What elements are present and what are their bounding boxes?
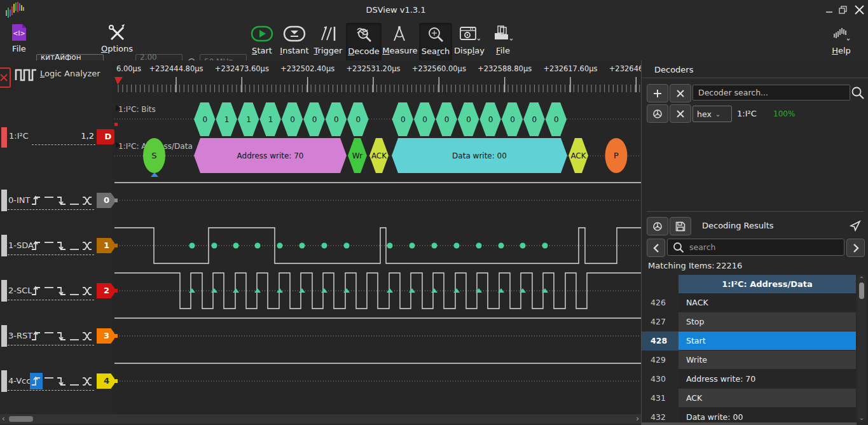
next-match-button[interactable] [846,239,865,257]
scroll-left-icon[interactable]: ‹ [2,414,5,424]
channel-row-3-RST[interactable]: 3-RST3 [0,324,114,347]
trigger-flag-low-level[interactable] [68,282,81,299]
result-row[interactable]: 429Write [642,351,857,370]
measure-button[interactable]: Measure [382,23,418,60]
results-vertical-scrollbar[interactable]: ⌃ ⌄ [857,275,866,422]
trigger-flag-high-level[interactable] [43,373,55,389]
search-button[interactable]: Search [419,23,452,61]
help-button[interactable]: Help [824,23,858,60]
trigger-flag-low-level[interactable] [68,192,81,209]
results-search-field[interactable] [667,239,844,256]
decoder-channel-row[interactable]: 1:I²C1,2D [0,127,114,148]
trigger-flag-any-edge[interactable] [81,328,93,344]
trigger-flag-high-level[interactable] [43,192,55,209]
trigger-flag-falling-edge[interactable] [55,373,68,389]
trigger-flag-any-edge[interactable] [81,373,93,389]
start-button[interactable]: Start [247,23,277,60]
trigger-button[interactable]: Trigger [312,23,345,60]
decode-button[interactable]: ? Decode [346,23,382,61]
format-select[interactable]: hex ⌄ [692,106,732,122]
decoder-panel: Decoders [641,60,868,425]
trigger-flag-falling-edge[interactable] [55,237,68,254]
result-row-number: 431 [642,389,679,408]
decoder-options-button[interactable] [647,104,668,123]
file-button[interactable]: <I> File [6,23,32,53]
trigger-flag-any-edge[interactable] [81,282,93,299]
trigger-flag-any-edge[interactable] [81,192,93,209]
result-row[interactable]: 427Stop [642,312,857,331]
results-search-input[interactable] [688,242,844,253]
scroll-right-icon[interactable]: › [636,414,639,424]
results-horizontal-scrollbar[interactable] [642,422,857,425]
channel-badge[interactable]: 3 [97,328,116,344]
scroll-down-icon[interactable]: ⌄ [857,414,866,421]
result-row[interactable]: 428Start [642,331,857,351]
waveform-area[interactable]: 6.00µs+232444.80µs+232473.60µs+232502.40… [114,60,641,415]
add-decoder-button[interactable] [647,84,668,102]
result-row-text: Stop [679,312,856,331]
channel-row-4-Vcc[interactable]: 4-Vcc4 [0,370,114,393]
rising-edge-icon [31,193,42,207]
channel-badge[interactable]: 2 [97,283,116,298]
trigger-flag-falling-edge[interactable] [55,192,68,209]
waveform-canvas[interactable]: 0111000000000000SAddress write: 70WrACKD… [114,60,641,415]
result-row-text: ACK [679,389,856,407]
high-level-icon [43,284,55,298]
prev-match-button[interactable] [647,239,665,257]
goto-row-button[interactable] [846,217,864,234]
display-button[interactable]: Display [452,23,486,60]
result-row[interactable]: 426NACK [642,293,857,312]
trigger-flag-high-level[interactable] [43,328,55,344]
channel-row-2-SCL[interactable]: 2-SCL2 [0,279,114,302]
trigger-flag-falling-edge[interactable] [55,282,68,299]
trigger-flag-high-level[interactable] [43,237,55,254]
results-table-header[interactable]: 1:I²C: Address/Data [679,275,856,293]
horizontal-scrollbar[interactable]: ‹ › [0,414,641,424]
trigger-flag-falling-edge[interactable] [55,328,68,344]
trigger-flag-low-level[interactable] [68,237,81,254]
trigger-flag-group [30,237,93,254]
scrollbar-thumb[interactable] [9,416,33,422]
channel-badge[interactable]: 0 [97,193,116,208]
options-button[interactable]: Options [100,23,134,53]
channel-row-1-SDA[interactable]: 1-SDA1 [0,234,114,257]
row-grip[interactable] [1,280,7,302]
row-grip[interactable] [1,370,7,392]
annotation-text: 0 [532,115,537,124]
restore-button[interactable] [837,4,848,15]
remove-all-decoders-button[interactable] [670,84,691,102]
row-grip[interactable] [1,325,7,347]
minimize-button[interactable] [823,4,835,15]
trigger-flag-rising-edge[interactable] [30,237,43,254]
trigger-flag-rising-edge[interactable] [30,373,43,389]
channel-badge[interactable]: 1 [97,238,116,253]
close-button[interactable] [853,4,865,15]
search-icon[interactable] [851,86,865,100]
row-grip[interactable] [1,127,7,148]
trigger-flag-any-edge[interactable] [81,237,93,254]
save-results-button[interactable] [670,217,691,235]
channel-badge[interactable]: 4 [97,373,116,389]
results-options-button[interactable] [647,217,668,235]
trigger-flag-rising-edge[interactable] [30,192,43,209]
scroll-up-icon[interactable]: ⌃ [857,275,866,282]
trigger-flag-rising-edge[interactable] [30,282,43,299]
row-grip[interactable] [1,235,7,256]
trigger-flag-low-level[interactable] [68,373,81,389]
decoder-search-input[interactable] [692,85,850,101]
result-row[interactable]: 431ACK [642,389,857,408]
remove-decoder-button[interactable] [670,104,691,123]
channel-name: 3-RST [8,331,32,340]
scrollbar-thumb[interactable] [859,282,864,299]
trigger-flag-group [30,282,93,299]
trigger-flag-high-level[interactable] [43,282,55,299]
result-row[interactable]: 430Address write: 70 [642,370,857,389]
trigger-flag-low-level[interactable] [68,328,81,344]
file-menu-button[interactable]: File [488,23,518,60]
row-grip[interactable] [1,190,7,211]
trigger-flag-rising-edge[interactable] [30,328,43,344]
channel-row-0-INT[interactable]: 0-INT0 [0,189,114,212]
close-device-button[interactable] [0,67,11,88]
instant-button[interactable]: Instant [279,23,310,60]
high-level-icon [43,374,55,388]
